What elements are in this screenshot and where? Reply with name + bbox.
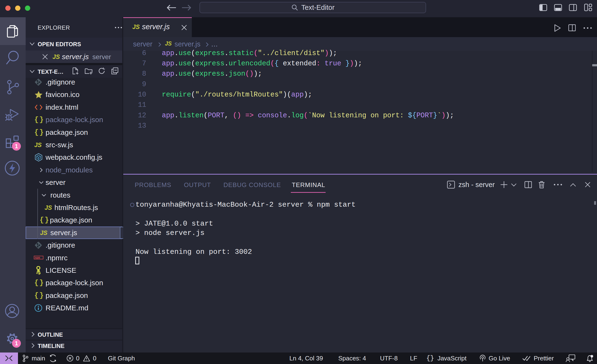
svg-text:npm: npm <box>35 256 40 260</box>
